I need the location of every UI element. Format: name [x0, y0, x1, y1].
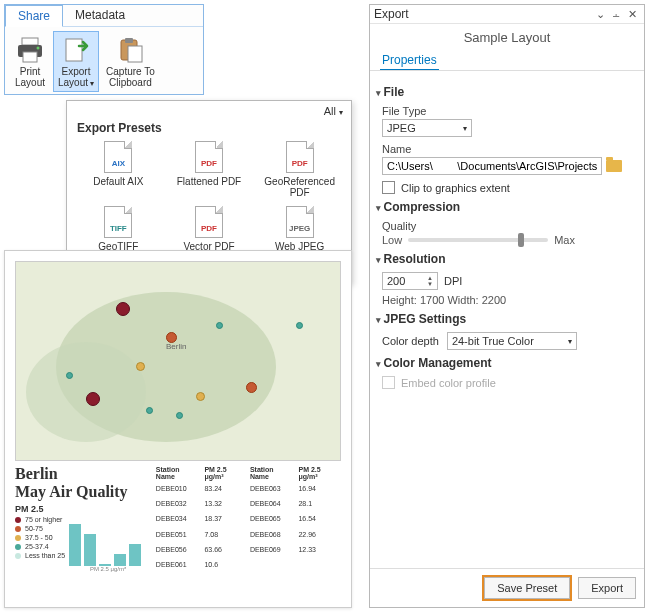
- dropdown-icon[interactable]: ⌄: [592, 8, 608, 21]
- legend-row: 37.5 - 50: [15, 534, 65, 541]
- quality-slider[interactable]: [408, 238, 548, 242]
- quality-label: Quality: [382, 220, 632, 232]
- chevron-down-icon: ▾: [339, 108, 343, 117]
- bar-chart: [69, 518, 147, 566]
- preset-item[interactable]: JPEGWeb JPEG: [254, 206, 345, 252]
- export-layout-label-2: Layout: [58, 77, 88, 88]
- export-icon: [60, 34, 92, 66]
- svg-point-3: [37, 47, 40, 50]
- name-input[interactable]: [382, 157, 602, 175]
- clip-label: Clip to graphics extent: [401, 182, 510, 194]
- export-pane: Export ⌄ ⫠ ✕ Sample Layout Properties Fi…: [369, 4, 645, 608]
- legend-row: Less than 25: [15, 552, 65, 559]
- legend-row: 75 or higher: [15, 516, 65, 523]
- preset-item[interactable]: PDFVector PDF: [164, 206, 255, 252]
- station-table: Station NamePM 2.5 μg/m³ Station NamePM …: [153, 465, 341, 572]
- save-preset-button[interactable]: Save Preset: [484, 577, 570, 599]
- pin-icon[interactable]: ⫠: [608, 8, 624, 20]
- capture-label-2: Clipboard: [109, 77, 152, 88]
- section-resolution[interactable]: Resolution: [376, 252, 632, 266]
- section-colormgmt[interactable]: Color Management: [376, 356, 632, 370]
- export-button[interactable]: Export: [578, 577, 636, 599]
- file-icon: PDF: [195, 141, 223, 173]
- dpi-value: 200: [387, 275, 405, 287]
- capture-clipboard-button[interactable]: Capture To Clipboard: [101, 31, 160, 92]
- spinner-down-icon[interactable]: ▼: [427, 281, 433, 287]
- preset-label: Flattened PDF: [177, 176, 241, 187]
- tab-metadata[interactable]: Metadata: [63, 5, 137, 26]
- bar: [114, 554, 126, 566]
- svg-rect-6: [125, 38, 133, 43]
- quality-max: Max: [554, 234, 575, 246]
- section-compression[interactable]: Compression: [376, 200, 632, 214]
- browse-folder-icon[interactable]: [606, 160, 622, 172]
- map-area: Berlin: [15, 261, 341, 461]
- clipboard-icon: [114, 34, 146, 66]
- ribbon-body: Print Layout Export Layout▾ Capture To C…: [5, 27, 203, 94]
- export-layout-label-1: Export: [62, 66, 91, 77]
- preset-item[interactable]: PDFFlattened PDF: [164, 141, 255, 198]
- preset-item[interactable]: PDFGeoReferenced PDF: [254, 141, 345, 198]
- bar: [129, 544, 141, 566]
- tab-share[interactable]: Share: [5, 5, 63, 27]
- print-layout-label-2: Layout: [15, 77, 45, 88]
- pane-body: File File Type JPEG ▾ Name Clip to graph…: [370, 71, 644, 568]
- chevron-down-icon: ▾: [90, 79, 94, 88]
- presets-filter-all[interactable]: All ▾: [324, 105, 343, 117]
- preset-label: Default AIX: [93, 176, 143, 187]
- presets-grid: AIXDefault AIXPDFFlattened PDFPDFGeoRefe…: [67, 137, 351, 260]
- slider-thumb[interactable]: [518, 233, 524, 247]
- map-city-label: Berlin: [166, 342, 186, 351]
- layout-title-2: May Air Quality: [15, 483, 147, 501]
- printer-icon: [14, 34, 46, 66]
- bar-chart-xlabel: PM 2.5 μg/m³: [69, 566, 147, 572]
- file-icon: JPEG: [286, 206, 314, 238]
- filetype-select[interactable]: JPEG ▾: [382, 119, 472, 137]
- export-layout-button[interactable]: Export Layout▾: [53, 31, 99, 92]
- preset-label: GeoReferenced PDF: [254, 176, 345, 198]
- dpi-label: DPI: [444, 275, 462, 287]
- layout-subtitle: PM 2.5: [15, 504, 147, 514]
- chevron-down-icon: ▾: [463, 124, 467, 133]
- tab-properties[interactable]: Properties: [380, 51, 439, 71]
- capture-label-1: Capture To: [106, 66, 155, 77]
- preset-item[interactable]: AIXDefault AIX: [73, 141, 164, 198]
- ribbon-tabs: Share Metadata: [5, 5, 203, 27]
- pane-title: Export: [374, 7, 592, 21]
- section-jpeg[interactable]: JPEG Settings: [376, 312, 632, 326]
- svg-rect-0: [22, 38, 38, 45]
- section-file[interactable]: File: [376, 85, 632, 99]
- svg-rect-4: [66, 39, 82, 61]
- table-row: DEBE06110.6: [153, 557, 341, 572]
- layout-preview: Berlin Berlin May Air Quality PM 2.5 75 …: [4, 250, 352, 608]
- table-row: DEBE01083.24DEBE06316.94: [153, 481, 341, 496]
- legend-row: 50-75: [15, 525, 65, 532]
- table-row: DEBE03418.37DEBE06516.54: [153, 511, 341, 526]
- legend: 75 or higher50-7537.5 - 5025-37.4Less th…: [15, 514, 65, 572]
- pane-titlebar: Export ⌄ ⫠ ✕: [370, 5, 644, 24]
- embed-checkbox: [382, 376, 395, 389]
- pane-footer: Save Preset Export: [370, 568, 644, 607]
- file-icon: PDF: [195, 206, 223, 238]
- table-row: DEBE05663.66DEBE06912.33: [153, 542, 341, 557]
- dpi-spinner[interactable]: 200 ▲▼: [382, 272, 438, 290]
- colordepth-label: Color depth: [382, 335, 439, 347]
- svg-rect-2: [23, 52, 37, 62]
- table-row: DEBE03213.32DEBE06428.1: [153, 496, 341, 511]
- clip-checkbox[interactable]: [382, 181, 395, 194]
- layout-title-1: Berlin: [15, 465, 147, 483]
- preset-item[interactable]: TIFFGeoTIFF: [73, 206, 164, 252]
- quality-low: Low: [382, 234, 402, 246]
- print-layout-button[interactable]: Print Layout: [9, 31, 51, 92]
- pane-subtitle: Sample Layout: [370, 24, 644, 51]
- ribbon: Share Metadata Print Layout Export Layou…: [4, 4, 204, 95]
- filetype-label: File Type: [382, 105, 632, 117]
- print-layout-label-1: Print: [20, 66, 41, 77]
- colordepth-select[interactable]: 24-bit True Color ▾: [447, 332, 577, 350]
- name-label: Name: [382, 143, 632, 155]
- file-icon: AIX: [104, 141, 132, 173]
- bar: [69, 524, 81, 566]
- file-icon: TIFF: [104, 206, 132, 238]
- svg-rect-7: [128, 46, 142, 62]
- close-icon[interactable]: ✕: [624, 8, 640, 21]
